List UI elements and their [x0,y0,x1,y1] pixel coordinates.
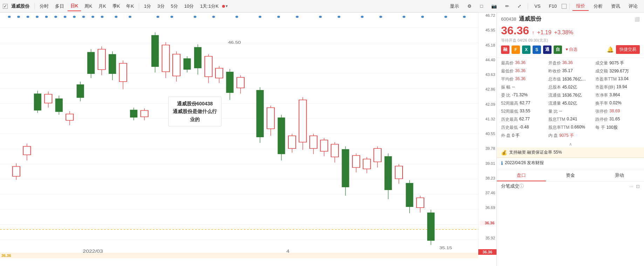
fenbichenjiao-label: 分笔成交 [501,183,519,189]
stat-guxi-ttm: 股息TTM 0.241 [547,115,594,124]
chart-canvas: 46.50 [0,13,478,255]
y-label-15: 35.92 [480,236,495,240]
expand-icon-2[interactable]: ⊡ [636,184,640,189]
svg-rect-105 [320,140,328,151]
stat-huanshoulu: 换手率 0.02% [594,99,641,107]
stock-name-nav[interactable]: 通威股份 [8,2,32,11]
f10-btn[interactable]: F10 [546,2,560,10]
main-nav-fenxi[interactable]: 分析 [590,2,606,10]
stat-lishi-high: 历史最高 62.77 [500,115,547,124]
nav-rik[interactable]: 日K [68,1,81,11]
svg-rect-51 [23,146,30,155]
dropdown-icon[interactable]: ▼ [225,4,228,8]
more-icon[interactable]: ··· [629,184,633,189]
nav-separator-2 [139,3,139,9]
main-nav-zixun[interactable]: 资讯 [608,2,624,10]
svg-rect-65 [98,49,105,70]
stat-zhangtingjia: 张停价 38.69 [594,107,641,115]
wait-open: 等待开盘 04/26 09:30(北京) [501,38,640,43]
news-item[interactable]: ℹ 2022/04/26 发布财报 [497,158,644,168]
stat-waipan: 外 盘 0 手 [500,132,547,140]
icon-zi[interactable]: 自 [554,46,562,54]
tab-pankou[interactable]: 盘口 [497,170,546,181]
f10-checkbox[interactable] [562,4,567,9]
stat-shiyinglu-j: 市盈率(静) 19.94 [594,83,641,91]
finance-text: 支持融资 融资保证金率 55% [509,149,562,155]
y-label-14: 36.69 [480,205,495,210]
display-btn[interactable]: 显示 [446,2,463,10]
main-nav-baojia[interactable]: 报价 [573,2,589,11]
svg-rect-83 [194,47,201,68]
nav-yuek[interactable]: 月K [96,2,109,11]
annotation-line1: 通威股份600438 [173,100,217,107]
zixuan-btn[interactable]: ♥ 自选 [566,47,577,52]
info-icon[interactable]: ⓘ [519,183,524,189]
y-label-11: 39.01 [480,161,495,166]
svg-rect-89 [226,72,233,93]
y-label-3: 45.18 [480,43,495,47]
svg-rect-121 [406,183,413,207]
icon-f[interactable]: F [512,46,520,54]
svg-rect-125 [427,212,434,240]
fullscreen-btn[interactable]: ⤢ [514,2,525,10]
icon-s[interactable]: S [533,46,541,54]
stat-meishou: 每 手 100股 [594,124,641,132]
stat-lishi-low: 历史最低 -0.48 [500,124,547,132]
checkbox-icon[interactable]: ✓ [3,4,8,9]
settings-btn[interactable]: ⚙ [464,2,475,10]
y-label-12: 38.23 [480,176,495,180]
svg-rect-87 [215,68,223,78]
svg-rect-103 [310,136,317,148]
expand-icon[interactable]: ∧ [497,141,644,147]
stat-shiyinglu-ttm: 市盈率TTM 13.04 [594,75,641,83]
nav-5fen[interactable]: 5分 [168,2,181,11]
tab-zijin[interactable]: 资金 [546,170,595,181]
annotation-line3: 业的 [173,115,217,123]
tab-yidong[interactable]: 异动 [595,170,644,181]
y-label-7: 42.09 [480,102,495,106]
screenshot-btn[interactable]: 📷 [488,2,500,10]
main-nav-pinglun[interactable]: 评论 [625,2,641,10]
stat-52-low: 52周最低 33.55 [500,107,547,115]
quick-trade-btn[interactable]: 快捷交易 [616,45,640,54]
nav-zhouk[interactable]: 周K [82,2,95,11]
draw-btn[interactable]: ✏ [502,2,513,10]
window-btn[interactable]: □ [477,2,486,10]
live-dot [222,5,225,8]
nav-niank[interactable]: 年K [123,2,137,11]
price-row: 36.36 ↑ +1.19 +3.38% [501,24,640,37]
fenbichenjiao-section: 分笔成交 ⓘ ··· ⊡ [497,182,644,191]
stat-chengjiaoliang: 成交量 9075 手 [594,59,641,67]
svg-rect-61 [77,84,84,98]
main-content: /* dots rendered inline */ [0,13,644,266]
bell-icon[interactable]: 🔔 [607,46,614,53]
nav-jik[interactable]: 季K [110,2,123,11]
icon-x[interactable]: X [522,46,530,54]
nav-3fen[interactable]: 3分 [155,2,167,11]
svg-rect-109 [342,149,349,187]
nav-sep-3 [528,3,528,9]
y-label-6: 42.86 [480,87,495,91]
nav-10fen[interactable]: 10分 [181,2,197,11]
svg-rect-95 [267,108,274,129]
vs-btn[interactable]: VS [531,2,544,10]
top-nav: ✓ 通威股份 分时 多日 日K 周K 月K 季K 年K 1分 3分 5分 10分… [0,0,644,13]
maximize-icon[interactable]: ⬜ [635,17,640,22]
chart-area[interactable]: /* dots rendered inline */ [0,13,497,266]
stat-guxilv-ttm: 股息率TTM 0.660% [547,124,594,132]
icon-rongzi[interactable]: 融 [501,46,509,54]
stat-liangbi: 量 比 -- [547,107,594,115]
stat-chengjiaoe: 成交额 3299.67万 [594,67,641,75]
icon-tong[interactable]: 通 [543,46,551,54]
svg-rect-99 [288,136,296,148]
svg-rect-111 [352,155,360,167]
svg-rect-77 [162,45,170,72]
stock-name-title: 通威股份 [519,15,541,23]
nav-duori[interactable]: 多日 [52,2,67,11]
nav-fenshi[interactable]: 分时 [37,2,52,11]
svg-rect-117 [384,156,392,190]
nav-1fen[interactable]: 1分 [141,2,154,11]
svg-rect-91 [237,77,244,88]
price-change-pct: +3.38% [554,29,574,36]
nav-1tian[interactable]: 1天:1分K [197,2,221,11]
